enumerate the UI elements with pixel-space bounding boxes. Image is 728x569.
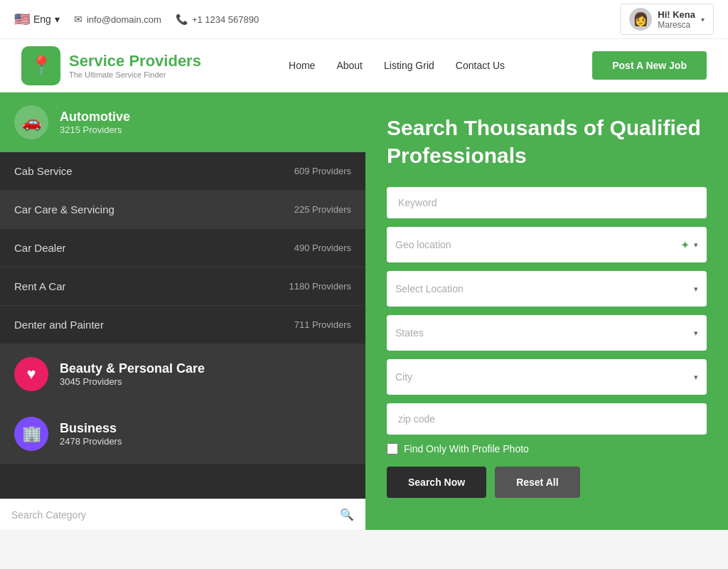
logo-subtitle: The Ultimate Service Finder bbox=[69, 70, 201, 79]
crosshair-icon: ✦ bbox=[680, 238, 690, 252]
list-item[interactable]: Rent A Car 1180 Providers bbox=[0, 267, 365, 306]
states-label: States bbox=[395, 327, 694, 339]
keyword-wrap bbox=[387, 187, 707, 218]
states-chevron-icon: ▾ bbox=[694, 329, 698, 338]
logo-text: Service Providers The Ultimate Service F… bbox=[69, 52, 201, 79]
nav-listing-grid[interactable]: Listing Grid bbox=[384, 60, 434, 71]
reset-all-button[interactable]: Reset All bbox=[495, 467, 579, 498]
city-chevron-icon: ▾ bbox=[694, 373, 698, 382]
beauty-info: Beauty & Personal Care 3045 Providers bbox=[60, 361, 205, 387]
keyword-input[interactable] bbox=[387, 187, 707, 218]
email-icon: ✉ bbox=[74, 14, 82, 25]
location-label: Select Location bbox=[395, 283, 694, 294]
beauty-providers: 3045 Providers bbox=[60, 376, 205, 387]
profile-photo-row: Find Only With Profile Photo bbox=[387, 443, 707, 454]
topbar: 🇺🇸 Eng ▾ ✉ info@domain.com 📞 +1 1234 567… bbox=[0, 0, 728, 39]
phone-icon: 📞 bbox=[176, 14, 188, 25]
phone-contact: 📞 +1 1234 567890 bbox=[176, 14, 259, 25]
zipcode-wrap bbox=[387, 403, 707, 435]
cat-name: Car Care & Servicing bbox=[14, 203, 114, 216]
language-selector[interactable]: 🇺🇸 Eng ▾ bbox=[14, 11, 60, 27]
beauty-icon: ♥ bbox=[14, 357, 48, 391]
lang-chevron-icon: ▾ bbox=[55, 14, 60, 25]
email-contact: ✉ info@domain.com bbox=[74, 14, 161, 25]
featured-automotive[interactable]: 🚗 Automotive 3215 Providers bbox=[0, 92, 365, 152]
nav-about[interactable]: About bbox=[336, 60, 363, 71]
search-icon[interactable]: 🔍 bbox=[340, 508, 354, 521]
list-item[interactable]: Cab Service 609 Providers bbox=[0, 152, 365, 191]
phone-text: +1 1234 567890 bbox=[192, 14, 259, 25]
nav-contact[interactable]: Contact Us bbox=[456, 60, 505, 71]
business-info: Business 2478 Providers bbox=[60, 421, 122, 447]
user-menu[interactable]: 👩 Hi! Kena Maresca ▾ bbox=[620, 4, 714, 35]
search-buttons: Search Now Reset All bbox=[387, 467, 707, 498]
city-select-wrap[interactable]: City ▾ bbox=[387, 359, 707, 395]
featured-beauty[interactable]: ♥ Beauty & Personal Care 3045 Providers bbox=[0, 344, 365, 404]
logo: 📍 Service Providers The Ultimate Service… bbox=[21, 46, 201, 85]
search-form: Geo location ✦ ▾ Select Location ▾ State… bbox=[387, 187, 707, 498]
search-heading: Search Thousands of Qualified Profession… bbox=[387, 114, 707, 169]
automotive-info: Automotive 3215 Providers bbox=[60, 110, 130, 135]
location-select-wrap[interactable]: Select Location ▾ bbox=[387, 271, 707, 307]
flag-icon: 🇺🇸 bbox=[14, 11, 30, 27]
topbar-left: 🇺🇸 Eng ▾ ✉ info@domain.com 📞 +1 1234 567… bbox=[14, 11, 259, 27]
logo-icon: 📍 bbox=[21, 46, 60, 85]
user-chevron-icon: ▾ bbox=[701, 16, 705, 23]
beauty-title: Beauty & Personal Care bbox=[60, 361, 205, 376]
lang-label: Eng bbox=[33, 14, 51, 25]
nav-home[interactable]: Home bbox=[289, 60, 315, 71]
category-search-bar: 🔍 bbox=[0, 499, 365, 530]
logo-title: Service Providers bbox=[69, 52, 201, 70]
user-name: Maresca bbox=[658, 20, 695, 30]
states-select-wrap[interactable]: States ▾ bbox=[387, 315, 707, 351]
search-panel: Search Thousands of Qualified Profession… bbox=[365, 92, 728, 530]
search-now-button[interactable]: Search Now bbox=[387, 467, 486, 498]
profile-photo-checkbox[interactable] bbox=[387, 443, 398, 454]
avatar: 👩 bbox=[629, 8, 652, 31]
sidebar: 🚗 Automotive 3215 Providers Cab Service … bbox=[0, 92, 365, 530]
email-text: info@domain.com bbox=[87, 14, 161, 25]
location-chevron-icon: ▾ bbox=[694, 284, 698, 294]
cat-count: 711 Providers bbox=[294, 319, 351, 330]
business-providers: 2478 Providers bbox=[60, 436, 122, 447]
header: 📍 Service Providers The Ultimate Service… bbox=[0, 39, 728, 92]
cat-name: Cab Service bbox=[14, 165, 73, 177]
business-icon: 🏢 bbox=[14, 417, 48, 451]
geo-label: Geo location bbox=[395, 239, 680, 250]
user-greeting: Hi! Kena bbox=[658, 9, 695, 20]
user-info: Hi! Kena Maresca bbox=[658, 9, 695, 30]
main-content: 🚗 Automotive 3215 Providers Cab Service … bbox=[0, 92, 728, 530]
automotive-icon: 🚗 bbox=[14, 105, 48, 139]
city-label: City bbox=[395, 371, 694, 383]
profile-photo-label: Find Only With Profile Photo bbox=[404, 443, 529, 454]
main-nav: Home About Listing Grid Contact Us bbox=[289, 60, 505, 71]
geo-location-wrap[interactable]: Geo location ✦ ▾ bbox=[387, 227, 707, 262]
post-job-button[interactable]: Post A New Job bbox=[592, 51, 707, 80]
list-item[interactable]: Car Dealer 490 Providers bbox=[0, 229, 365, 267]
business-title: Business bbox=[60, 421, 122, 436]
automotive-title: Automotive bbox=[60, 110, 130, 124]
category-search-input[interactable] bbox=[11, 509, 334, 521]
cat-count: 225 Providers bbox=[294, 204, 351, 215]
cat-name: Car Dealer bbox=[14, 242, 66, 254]
featured-business[interactable]: 🏢 Business 2478 Providers bbox=[0, 404, 365, 464]
topbar-right: 👩 Hi! Kena Maresca ▾ bbox=[620, 4, 714, 35]
cat-name: Denter and Painter bbox=[14, 319, 104, 331]
list-item[interactable]: Denter and Painter 711 Providers bbox=[0, 306, 365, 344]
zipcode-input[interactable] bbox=[387, 403, 707, 435]
cat-count: 490 Providers bbox=[294, 243, 351, 253]
geo-chevron-icon: ▾ bbox=[694, 240, 698, 250]
cat-name: Rent A Car bbox=[14, 280, 66, 292]
automotive-providers: 3215 Providers bbox=[60, 124, 130, 135]
cat-count: 1180 Providers bbox=[289, 281, 351, 292]
list-item[interactable]: Car Care & Servicing 225 Providers bbox=[0, 191, 365, 229]
cat-count: 609 Providers bbox=[294, 166, 351, 176]
geo-icons: ✦ ▾ bbox=[680, 238, 698, 252]
